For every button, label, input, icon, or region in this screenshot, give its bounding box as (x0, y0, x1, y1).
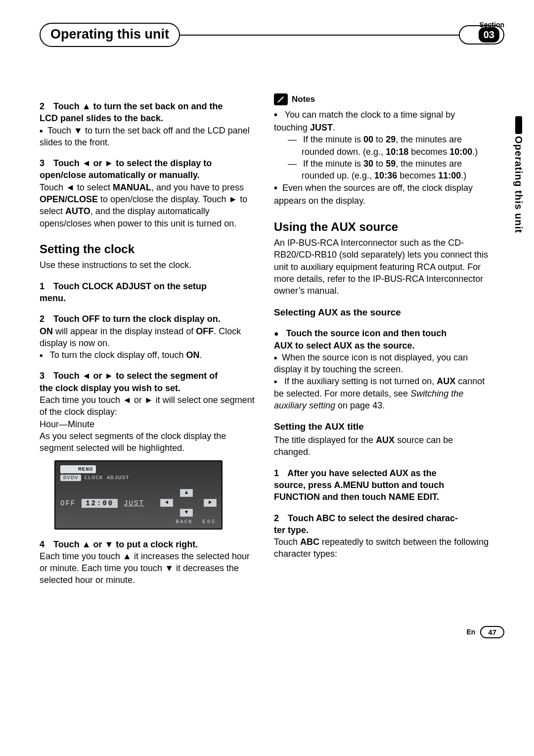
chapter-number: 03 (479, 27, 499, 43)
ss-time-value[interactable]: 12:00 (82, 499, 118, 508)
step-3-heading: 3 Touch ◄ or ► to select the display to … (40, 157, 256, 181)
step-2-heading: 2 Touch ▲ to turn the set back on and th… (40, 100, 256, 125)
aux-title-step-2-body: Touch ABC repeatedly to switch between t… (274, 536, 490, 560)
ss-left-button[interactable]: ◄ (160, 499, 173, 507)
clock-step-2-bullet: To turn the clock display off, touch ON. (40, 349, 256, 361)
ss-breadcrumb: DVDVCLOCK ADJUST (60, 474, 130, 482)
pencil-icon (274, 93, 288, 105)
aux-title-heading: Setting the AUX title (274, 420, 490, 433)
ss-down-button[interactable]: ▼ (180, 509, 193, 517)
header-rule (179, 35, 460, 36)
clock-step-4-heading: 4 Touch ▲ or ▼ to put a clock right. (40, 538, 256, 550)
ss-clock-adjust-label: CLOCK ADJUST (84, 475, 129, 481)
left-column: 2 Touch ▲ to turn the set back on and th… (40, 91, 256, 586)
page-footer: En 47 (40, 626, 504, 638)
footer-lang: En (466, 628, 475, 636)
chapter-title-oval: Operating this unit (40, 23, 180, 47)
note-1: You can match the clock to a time signal… (274, 108, 490, 133)
chapter-number-oval: 03 (459, 25, 504, 44)
aux-title-intro: The title displayed for the AUX source c… (274, 434, 490, 458)
ss-right-button[interactable]: ► (204, 499, 217, 507)
step-3-heading-line1: 3 Touch ◄ or ► to select the display to (40, 158, 212, 168)
step-2-heading-line1: 2 Touch ▲ to turn the set back on and th… (40, 101, 223, 111)
notes-heading: Notes (274, 93, 490, 105)
ss-up-button[interactable]: ▲ (180, 489, 193, 497)
selecting-aux-heading: Selecting AUX as the source (274, 306, 490, 319)
clock-step-3-body: Each time you touch ◄ or ► it will selec… (40, 394, 256, 418)
ss-just-button[interactable]: JUST (122, 499, 146, 508)
setting-clock-heading: Setting the clock (40, 241, 256, 257)
chapter-header: Operating this unit 03 (40, 23, 504, 47)
selecting-aux-b1: When the source icon is not displayed, y… (274, 352, 490, 376)
side-tab: Operating this unit (513, 116, 524, 233)
clock-step-1-heading: 1 Touch CLOCK ADJUST on the setup menu. (40, 280, 256, 305)
chapter-title: Operating this unit (50, 27, 169, 42)
step-3-heading-line2: open/close automatically or manually. (40, 170, 200, 180)
clock-hour-minute: Hour—Minute (40, 418, 256, 430)
step-2-bullet: Touch ▼ to turn the set back off and the… (40, 125, 256, 149)
right-column: Notes You can match the clock to a time … (274, 91, 490, 586)
ss-menu-label: MENU (60, 465, 96, 474)
side-accent-icon (515, 116, 522, 134)
clock-adjust-screenshot: MENU DVDVCLOCK ADJUST OFF 12:00 JUST ▲ ▼… (54, 460, 222, 530)
clock-step-4-body: Each time you touch ▲ it increases the s… (40, 550, 256, 586)
page-number: 47 (480, 626, 504, 638)
selecting-aux-step: Touch the source icon and then touch AUX… (274, 327, 490, 352)
notes-label: Notes (292, 94, 315, 105)
setting-clock-intro: Use these instructions to set the clock. (40, 259, 256, 271)
side-tab-label: Operating this unit (513, 136, 524, 233)
ss-back-button[interactable]: BACK (176, 518, 193, 526)
step-3-body: Touch ◄ to select MANUAL, and you have t… (40, 181, 256, 229)
ss-off-button[interactable]: OFF (58, 499, 78, 508)
step-2-heading-line2: LCD panel slides to the back. (40, 113, 163, 123)
note-1-dash-2: If the minute is 30 to 59, the minutes a… (286, 158, 490, 182)
clock-step-3-body2: As you select segments of the clock disp… (40, 430, 256, 454)
clock-step-2-heading: 2 Touch OFF to turn the clock display on… (40, 313, 256, 325)
note-2: Even when the sources are off, the clock… (274, 181, 490, 207)
clock-step-3-heading: 3 Touch ◄ or ► to select the segment of … (40, 370, 256, 394)
aux-heading: Using the AUX source (274, 219, 490, 235)
aux-intro: An IP-BUS-RCA Interconnector such as the… (274, 237, 490, 297)
aux-title-step-1: 1 After you have selected AUX as the sou… (274, 467, 490, 503)
ss-dvdv-label: DVDV (60, 475, 81, 481)
aux-title-step-2: 2 Touch ABC to select the desired charac… (274, 512, 490, 536)
note-1-dash-1: If the minute is 00 to 29, the minutes a… (286, 133, 490, 158)
ss-esc-button[interactable]: ESC (202, 518, 217, 526)
selecting-aux-b2: If the auxiliary setting is not turned o… (274, 375, 490, 411)
clock-step-2-body: ON will appear in the display instead of… (40, 325, 256, 350)
